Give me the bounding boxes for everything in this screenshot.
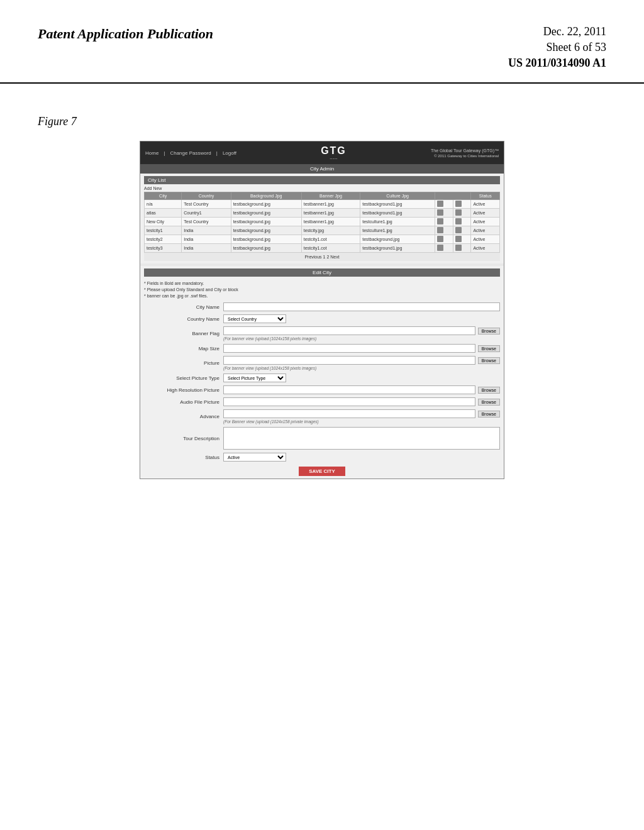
city-name-label: City Name xyxy=(144,304,219,310)
picture-type-select[interactable]: Select Picture Type xyxy=(223,374,286,382)
country-select[interactable]: Select Country xyxy=(223,314,286,323)
map-size-label: Map Size xyxy=(144,346,219,351)
table-row: n/a Test Country testbackground.jpg test… xyxy=(145,200,500,209)
app-window: Home | Change Password | Logoff GTG ~~~ … xyxy=(140,141,504,479)
map-size-row: Map Size Browse xyxy=(144,344,500,353)
publication-date: Dec. 22, 2011 xyxy=(543,25,606,38)
col-status: Status xyxy=(471,192,500,200)
picture-row: Picture Browse (For banner view (upload … xyxy=(144,356,500,370)
high-res-label: High Resolution Picture xyxy=(144,387,219,393)
picture-hint: (For banner view (upload (1024x158 pixel… xyxy=(223,366,500,370)
nav-home[interactable]: Home xyxy=(145,150,158,156)
high-res-row: High Resolution Picture Browse xyxy=(144,385,500,394)
app-header: Home | Change Password | Logoff GTG ~~~ … xyxy=(140,141,504,164)
advance-label: Advance xyxy=(144,414,219,419)
sheet-info: Sheet 6 of 53 xyxy=(547,41,606,54)
edit-section-title: Edit City xyxy=(144,268,500,277)
picture-input-group: Browse (For banner view (upload (1024x15… xyxy=(223,356,500,370)
nav-logoff[interactable]: Logoff xyxy=(223,150,236,156)
delete-icon[interactable] xyxy=(455,227,462,233)
picture-label: Picture xyxy=(144,360,219,366)
high-res-input[interactable] xyxy=(223,385,475,394)
status-row: Status Active Inactive xyxy=(144,453,500,462)
col-city: City xyxy=(145,192,182,200)
delete-icon[interactable] xyxy=(455,209,462,216)
advance-input-group: Browse (For Banner view (upload (1024x15… xyxy=(223,409,500,424)
edit-icon[interactable] xyxy=(437,236,443,242)
table-row: testcity2 India testbackground.jpg testc… xyxy=(145,235,500,244)
delete-icon[interactable] xyxy=(455,236,462,242)
table-row: atlas Country1 testbackground.jpg testba… xyxy=(145,209,500,218)
submit-row: SAVE CITY xyxy=(144,467,500,476)
add-new-label[interactable]: Add New xyxy=(144,186,500,191)
banner-flag-input-group: Browse (For banner view (upload (1024x15… xyxy=(223,326,500,341)
audio-browse-btn[interactable]: Browse xyxy=(478,399,500,406)
map-browse-btn[interactable]: Browse xyxy=(478,345,500,352)
col-bg-jpg: Background Jpg xyxy=(231,192,301,200)
delete-icon[interactable] xyxy=(455,245,462,251)
table-row: New City Test Country testbackground.jpg… xyxy=(145,218,500,226)
edit-icon[interactable] xyxy=(437,201,443,207)
banner-flag-hint: (For banner view (upload (1024x158 pixel… xyxy=(223,336,500,341)
table-section: City List Add New City Country Backgroun… xyxy=(140,174,504,263)
edit-icon[interactable] xyxy=(437,245,443,251)
tour-desc-row: Tour Description xyxy=(144,427,500,450)
advance-input[interactable] xyxy=(223,409,475,418)
status-label: Status xyxy=(144,455,219,460)
tour-desc-label: Tour Description xyxy=(144,436,219,441)
edit-icon[interactable] xyxy=(437,227,443,233)
table-row: testcity1 India testbackground.jpg testc… xyxy=(145,226,500,235)
city-name-input[interactable] xyxy=(223,302,500,311)
banner-flag-browse-btn[interactable]: Browse xyxy=(478,328,500,335)
tour-desc-textarea[interactable] xyxy=(223,427,500,450)
status-select[interactable]: Active Inactive xyxy=(223,453,286,462)
city-name-row: City Name xyxy=(144,302,500,311)
col-banner-jpg: Banner Jpg xyxy=(301,192,360,200)
high-res-browse-btn[interactable]: Browse xyxy=(478,387,500,394)
app-nav: Home | Change Password | Logoff xyxy=(145,150,236,156)
nav-change-password[interactable]: Change Password xyxy=(170,150,211,156)
country-name-label: Country Name xyxy=(144,316,219,322)
edit-icon[interactable] xyxy=(437,209,443,216)
picture-type-label: Select Picture Type xyxy=(144,375,219,381)
advance-hint: (For Banner view (upload (1024x158 priva… xyxy=(223,419,500,424)
map-size-input[interactable] xyxy=(223,344,475,353)
col-culture-jpg: Culture Jpg xyxy=(360,192,435,200)
form-notes: * Fields in Bold are mandatory. * Please… xyxy=(144,280,500,299)
app-tagline: The Global Tour Gateway (GTG)™ © 2011 Ga… xyxy=(431,148,499,158)
banner-flag-row: Banner Flag Browse (For banner view (upl… xyxy=(144,326,500,341)
col-country: Country xyxy=(182,192,231,200)
delete-icon[interactable] xyxy=(455,201,462,207)
figure-label: Figure 7 xyxy=(38,115,606,128)
table-row: testcity3 India testbackground.jpg testc… xyxy=(145,244,500,253)
patent-number: US 2011/0314090 A1 xyxy=(508,57,606,70)
page-header: Patent Application Publication Dec. 22, … xyxy=(0,0,644,84)
advance-row: Advance Browse (For Banner view (upload … xyxy=(144,409,500,424)
edit-icon[interactable] xyxy=(437,218,443,224)
app-logo: GTG xyxy=(321,145,347,157)
main-content: Figure 7 Home | Change Password | Logoff… xyxy=(0,84,644,498)
app-logo-block: GTG ~~~ xyxy=(321,145,347,161)
header-right: Dec. 22, 2011 Sheet 6 of 53 US 2011/0314… xyxy=(508,25,606,70)
picture-type-row: Select Picture Type Select Picture Type xyxy=(144,374,500,382)
delete-icon[interactable] xyxy=(455,218,462,224)
city-table: City Country Background Jpg Banner Jpg C… xyxy=(144,192,500,253)
audio-file-label: Audio File Picture xyxy=(144,399,219,405)
audio-input[interactable] xyxy=(223,397,475,406)
advance-browse-btn[interactable]: Browse xyxy=(478,411,500,418)
country-name-row: Country Name Select Country xyxy=(144,314,500,323)
sub-header-bar: City Admin xyxy=(140,164,504,174)
audio-file-row: Audio File Picture Browse xyxy=(144,397,500,406)
picture-browse-btn[interactable]: Browse xyxy=(478,357,500,364)
pagination[interactable]: Previous 1 2 Next xyxy=(144,253,500,261)
publication-title: Patent Application Publication xyxy=(38,25,213,43)
save-city-button[interactable]: SAVE CITY xyxy=(299,467,345,476)
col-icons xyxy=(435,192,471,200)
banner-flag-label: Banner Flag xyxy=(144,331,219,336)
picture-input[interactable] xyxy=(223,356,475,365)
edit-city-section: Edit City * Fields in Bold are mandatory… xyxy=(140,266,504,479)
banner-flag-input[interactable] xyxy=(223,326,475,335)
table-section-title: City List xyxy=(144,176,500,184)
